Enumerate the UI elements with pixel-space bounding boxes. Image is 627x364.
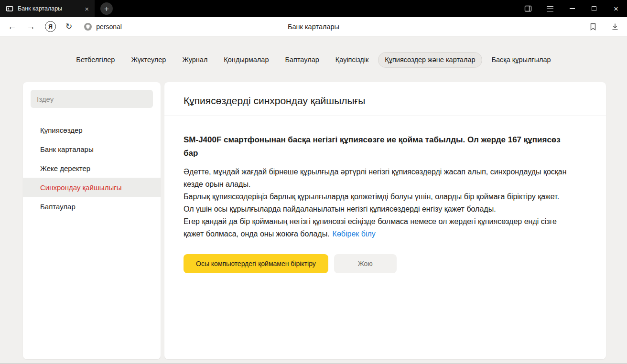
tab-bookmarks[interactable]: Бетбелгілер	[69, 52, 121, 68]
tab-security[interactable]: Қауіпсіздік	[329, 52, 376, 68]
toolbar: ← → Я ↻ personal Банк карталары	[0, 17, 627, 36]
tab-downloads[interactable]: Жүктеулер	[124, 52, 173, 68]
panel-title: Құпиясөздерді синхрондау қайшылығы	[164, 82, 606, 116]
search-input[interactable]	[31, 90, 153, 108]
close-window-icon[interactable]: ×	[605, 0, 627, 17]
forward-icon[interactable]: →	[26, 22, 35, 31]
sidebar-item-sync-conflict[interactable]: Синхрондау қайшылығы	[23, 178, 161, 197]
paragraph-1: Әдетте, мұндай жағдай бірнеше құрылғыда …	[184, 166, 572, 191]
download-icon[interactable]	[611, 22, 619, 31]
sidebar-item-bank-cards[interactable]: Банк карталары	[23, 139, 161, 159]
sidebar: Құпиясөздер Банк карталары Жеке деректер…	[23, 82, 161, 359]
sidebar-item-passwords[interactable]: Құпиясөздер	[23, 120, 161, 139]
sidebar-item-personal-data[interactable]: Жеке деректер	[23, 159, 161, 178]
address-text: personal	[96, 23, 122, 31]
paragraph-2: Барлық құпиясөздеріңіз барлық құрылғылар…	[184, 191, 572, 215]
toolbar-left: ← → Я ↻ personal	[8, 21, 122, 32]
toolbar-right	[589, 22, 619, 31]
browser-tab[interactable]: Банк карталары ×	[0, 0, 95, 17]
refresh-icon[interactable]: ↻	[65, 21, 72, 32]
delete-button[interactable]: Жою	[334, 254, 397, 273]
tab-settings[interactable]: Баптаулар	[278, 52, 325, 68]
learn-more-link[interactable]: Көбірек білу	[333, 230, 376, 238]
paragraph-3: Егер қандай да бір қойманың негізгі құпи…	[184, 215, 572, 240]
tab-passwords-and-cards[interactable]: Құпиясөздер және карталар	[378, 52, 482, 68]
tab-extensions[interactable]: Қондырмалар	[217, 52, 275, 68]
yandex-logo-icon[interactable]: Я	[45, 21, 56, 32]
sidebar-item-settings[interactable]: Баптаулар	[23, 197, 161, 216]
tab-history[interactable]: Журнал	[175, 52, 214, 68]
new-tab-button[interactable]: +	[100, 2, 113, 15]
tab-title: Банк карталары	[18, 5, 79, 12]
merge-button[interactable]: Осы компьютердегі қоймамен біріктіру	[184, 254, 328, 273]
protect-shield-icon	[84, 22, 92, 31]
sidebar-list: Құпиясөздер Банк карталары Жеке деректер…	[23, 120, 161, 216]
main-panel: Құпиясөздерді синхрондау қайшылығы SM-J4…	[164, 82, 606, 359]
side-panel-icon[interactable]	[517, 0, 539, 17]
back-icon[interactable]: ←	[8, 22, 17, 31]
content-area: Құпиясөздер Банк карталары Жеке деректер…	[0, 82, 627, 359]
panel-body: SM-J400F смартфонынан басқа негізгі құпи…	[164, 116, 606, 290]
settings-nav: Бетбелгілер Жүктеулер Журнал Қондырмалар…	[0, 36, 627, 68]
tab-other-devices[interactable]: Басқа құрылғылар	[485, 52, 558, 68]
plus-icon: +	[104, 5, 109, 13]
maximize-icon[interactable]	[583, 0, 605, 17]
minimize-icon[interactable]	[561, 0, 583, 17]
titlebar: Банк карталары × + ×	[0, 0, 627, 17]
titlebar-controls: ×	[517, 0, 627, 17]
tab-close-icon[interactable]: ×	[84, 5, 90, 12]
conflict-heading: SM-J400F смартфонынан басқа негізгі құпи…	[184, 133, 572, 160]
search-wrap	[31, 90, 153, 108]
bookmark-flag-icon[interactable]	[589, 22, 597, 31]
button-row: Осы компьютердегі қоймамен біріктіру Жою	[184, 254, 587, 273]
bank-cards-favicon-icon	[6, 5, 13, 12]
address-bar[interactable]: personal	[84, 22, 122, 31]
menu-icon[interactable]	[539, 0, 561, 17]
